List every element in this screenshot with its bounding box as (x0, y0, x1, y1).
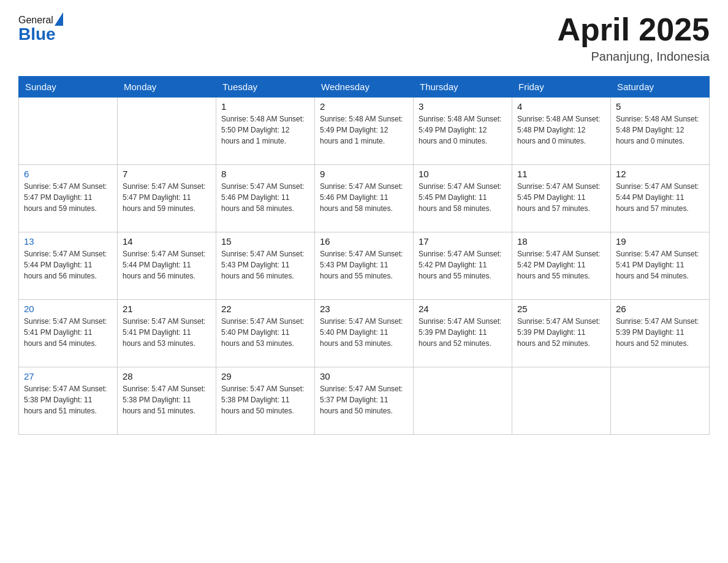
day-info: Sunrise: 5:47 AM Sunset: 5:44 PM Dayligh… (24, 248, 112, 282)
calendar-cell: 27Sunrise: 5:47 AM Sunset: 5:38 PM Dayli… (19, 367, 118, 435)
day-number: 8 (221, 169, 309, 179)
day-number: 1 (221, 101, 309, 112)
calendar-cell: 7Sunrise: 5:47 AM Sunset: 5:47 PM Daylig… (118, 165, 216, 232)
calendar-cell: 8Sunrise: 5:47 AM Sunset: 5:46 PM Daylig… (216, 165, 315, 232)
day-info: Sunrise: 5:47 AM Sunset: 5:45 PM Dayligh… (517, 181, 605, 214)
day-info: Sunrise: 5:47 AM Sunset: 5:46 PM Dayligh… (221, 181, 309, 214)
day-number: 10 (419, 169, 507, 179)
day-number: 13 (24, 236, 112, 247)
location-subtitle: Pananjung, Indonesia (557, 50, 710, 64)
logo-triangle-icon (55, 12, 63, 26)
calendar-cell: 17Sunrise: 5:47 AM Sunset: 5:42 PM Dayli… (414, 232, 512, 300)
day-info: Sunrise: 5:47 AM Sunset: 5:38 PM Dayligh… (24, 383, 112, 416)
calendar-cell: 21Sunrise: 5:47 AM Sunset: 5:41 PM Dayli… (118, 300, 216, 367)
day-info: Sunrise: 5:48 AM Sunset: 5:50 PM Dayligh… (221, 113, 309, 147)
day-number: 6 (24, 169, 112, 179)
day-number: 20 (24, 304, 112, 314)
calendar-cell: 2Sunrise: 5:48 AM Sunset: 5:49 PM Daylig… (315, 98, 414, 165)
logo: General Blue (18, 12, 63, 43)
calendar-week-row: 6Sunrise: 5:47 AM Sunset: 5:47 PM Daylig… (19, 165, 710, 232)
calendar-cell: 26Sunrise: 5:47 AM Sunset: 5:39 PM Dayli… (611, 300, 710, 367)
day-info: Sunrise: 5:47 AM Sunset: 5:41 PM Dayligh… (123, 316, 211, 349)
day-info: Sunrise: 5:47 AM Sunset: 5:47 PM Dayligh… (123, 181, 211, 214)
day-info: Sunrise: 5:47 AM Sunset: 5:41 PM Dayligh… (616, 248, 704, 282)
day-number: 16 (320, 236, 408, 247)
calendar-cell: 10Sunrise: 5:47 AM Sunset: 5:45 PM Dayli… (414, 165, 512, 232)
day-number: 11 (517, 169, 605, 179)
calendar-cell (512, 367, 611, 435)
day-number: 23 (320, 304, 408, 314)
title-area: April 2025 Pananjung, Indonesia (557, 12, 710, 64)
day-number: 28 (123, 371, 211, 381)
day-info: Sunrise: 5:47 AM Sunset: 5:44 PM Dayligh… (123, 248, 211, 282)
calendar-cell: 23Sunrise: 5:47 AM Sunset: 5:40 PM Dayli… (315, 300, 414, 367)
day-of-week-header: Friday (512, 77, 611, 98)
day-of-week-header: Thursday (414, 77, 512, 98)
calendar-cell: 16Sunrise: 5:47 AM Sunset: 5:43 PM Dayli… (315, 232, 414, 300)
day-number: 19 (616, 236, 704, 247)
day-number: 21 (123, 304, 211, 314)
day-info: Sunrise: 5:47 AM Sunset: 5:46 PM Dayligh… (320, 181, 408, 214)
calendar-header: SundayMondayTuesdayWednesdayThursdayFrid… (19, 77, 710, 98)
day-info: Sunrise: 5:47 AM Sunset: 5:39 PM Dayligh… (419, 316, 507, 349)
day-number: 26 (616, 304, 704, 314)
calendar-week-row: 1Sunrise: 5:48 AM Sunset: 5:50 PM Daylig… (19, 98, 710, 165)
day-of-week-header: Tuesday (216, 77, 315, 98)
day-info: Sunrise: 5:47 AM Sunset: 5:43 PM Dayligh… (221, 248, 309, 282)
day-info: Sunrise: 5:48 AM Sunset: 5:49 PM Dayligh… (320, 113, 408, 147)
day-number: 27 (24, 371, 112, 381)
day-number: 14 (123, 236, 211, 247)
calendar-table: SundayMondayTuesdayWednesdayThursdayFrid… (18, 76, 710, 435)
calendar-cell: 20Sunrise: 5:47 AM Sunset: 5:41 PM Dayli… (19, 300, 118, 367)
calendar-body: 1Sunrise: 5:48 AM Sunset: 5:50 PM Daylig… (19, 98, 710, 435)
day-number: 12 (616, 169, 704, 179)
calendar-cell (414, 367, 512, 435)
day-info: Sunrise: 5:47 AM Sunset: 5:44 PM Dayligh… (616, 181, 704, 214)
day-info: Sunrise: 5:48 AM Sunset: 5:48 PM Dayligh… (616, 113, 704, 147)
calendar-cell: 4Sunrise: 5:48 AM Sunset: 5:48 PM Daylig… (512, 98, 611, 165)
calendar-cell: 3Sunrise: 5:48 AM Sunset: 5:49 PM Daylig… (414, 98, 512, 165)
logo-general-text: General (18, 15, 53, 25)
calendar-week-row: 20Sunrise: 5:47 AM Sunset: 5:41 PM Dayli… (19, 300, 710, 367)
logo-blue-text: Blue (18, 26, 63, 43)
day-number: 5 (616, 101, 704, 112)
day-number: 4 (517, 101, 605, 112)
calendar-cell: 11Sunrise: 5:47 AM Sunset: 5:45 PM Dayli… (512, 165, 611, 232)
day-of-week-header: Saturday (611, 77, 710, 98)
day-number: 24 (419, 304, 507, 314)
day-info: Sunrise: 5:47 AM Sunset: 5:39 PM Dayligh… (616, 316, 704, 349)
day-number: 15 (221, 236, 309, 247)
day-number: 3 (419, 101, 507, 112)
day-number: 9 (320, 169, 408, 179)
day-of-week-header: Monday (118, 77, 216, 98)
day-info: Sunrise: 5:47 AM Sunset: 5:45 PM Dayligh… (419, 181, 507, 214)
calendar-cell: 25Sunrise: 5:47 AM Sunset: 5:39 PM Dayli… (512, 300, 611, 367)
day-info: Sunrise: 5:47 AM Sunset: 5:39 PM Dayligh… (517, 316, 605, 349)
calendar-cell: 9Sunrise: 5:47 AM Sunset: 5:46 PM Daylig… (315, 165, 414, 232)
calendar-cell: 15Sunrise: 5:47 AM Sunset: 5:43 PM Dayli… (216, 232, 315, 300)
calendar-cell: 12Sunrise: 5:47 AM Sunset: 5:44 PM Dayli… (611, 165, 710, 232)
day-info: Sunrise: 5:47 AM Sunset: 5:38 PM Dayligh… (123, 383, 211, 416)
day-number: 25 (517, 304, 605, 314)
calendar-cell: 13Sunrise: 5:47 AM Sunset: 5:44 PM Dayli… (19, 232, 118, 300)
calendar-cell: 1Sunrise: 5:48 AM Sunset: 5:50 PM Daylig… (216, 98, 315, 165)
day-of-week-header: Sunday (19, 77, 118, 98)
day-info: Sunrise: 5:47 AM Sunset: 5:40 PM Dayligh… (221, 316, 309, 349)
calendar-week-row: 13Sunrise: 5:47 AM Sunset: 5:44 PM Dayli… (19, 232, 710, 300)
day-info: Sunrise: 5:48 AM Sunset: 5:49 PM Dayligh… (419, 113, 507, 147)
day-info: Sunrise: 5:48 AM Sunset: 5:48 PM Dayligh… (517, 113, 605, 147)
calendar-cell: 22Sunrise: 5:47 AM Sunset: 5:40 PM Dayli… (216, 300, 315, 367)
day-number: 17 (419, 236, 507, 247)
calendar-week-row: 27Sunrise: 5:47 AM Sunset: 5:38 PM Dayli… (19, 367, 710, 435)
calendar-cell: 30Sunrise: 5:47 AM Sunset: 5:37 PM Dayli… (315, 367, 414, 435)
day-info: Sunrise: 5:47 AM Sunset: 5:42 PM Dayligh… (517, 248, 605, 282)
calendar-cell (118, 98, 216, 165)
day-info: Sunrise: 5:47 AM Sunset: 5:38 PM Dayligh… (221, 383, 309, 416)
calendar-cell (611, 367, 710, 435)
day-number: 22 (221, 304, 309, 314)
day-info: Sunrise: 5:47 AM Sunset: 5:43 PM Dayligh… (320, 248, 408, 282)
calendar-cell: 28Sunrise: 5:47 AM Sunset: 5:38 PM Dayli… (118, 367, 216, 435)
day-info: Sunrise: 5:47 AM Sunset: 5:42 PM Dayligh… (419, 248, 507, 282)
page-header: General Blue April 2025 Pananjung, Indon… (18, 12, 710, 64)
calendar-cell: 29Sunrise: 5:47 AM Sunset: 5:38 PM Dayli… (216, 367, 315, 435)
